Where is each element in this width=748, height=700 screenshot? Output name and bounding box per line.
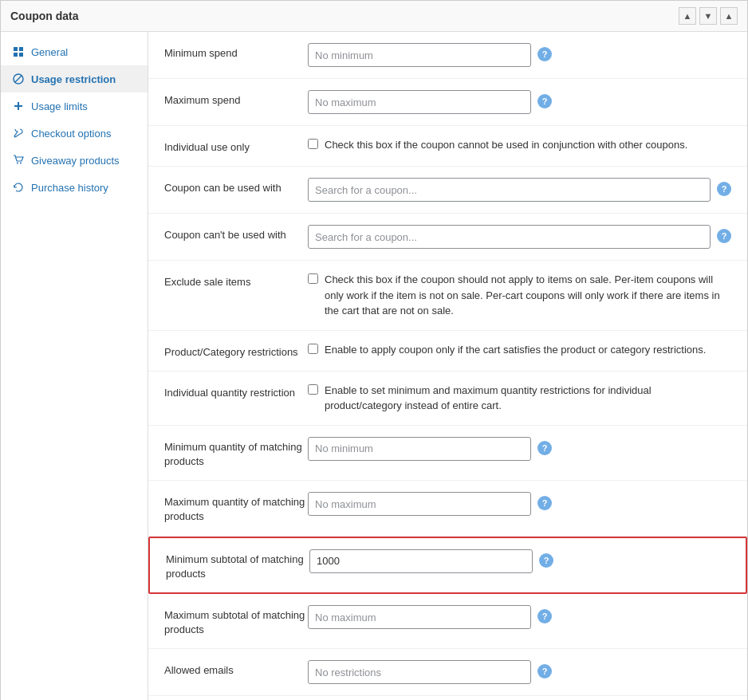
control-coupon-cant-be-used-with: ? — [308, 225, 731, 249]
maximize-button[interactable]: ▲ — [720, 7, 738, 25]
input-minimum-spend[interactable] — [308, 43, 531, 67]
help-icon-coupon-cant-be-used-with[interactable]: ? — [717, 229, 731, 243]
row-individual-use-only: Individual use only Check this box if th… — [148, 126, 747, 167]
input-minimum-quantity[interactable] — [308, 437, 531, 461]
control-allowed-emails: ? — [308, 660, 731, 684]
row-minimum-subtotal: Minimum subtotal of matching products ? — [148, 537, 747, 594]
control-minimum-quantity: ? — [308, 437, 731, 461]
label-allowed-emails: Allowed emails — [164, 660, 308, 678]
help-icon-allowed-emails[interactable]: ? — [537, 664, 552, 678]
collapse-button[interactable]: ▲ — [679, 7, 696, 25]
title-bar-controls: ▲ ▼ ▲ — [679, 7, 738, 25]
help-icon-coupon-can-be-used-with[interactable]: ? — [717, 182, 731, 196]
checkbox-label-exclude-sale-items: Check this box if the coupon should not … — [325, 272, 731, 319]
control-maximum-quantity: ? — [308, 492, 731, 516]
label-individual-quantity-restriction: Individual quantity restriction — [164, 383, 308, 400]
checkbox-exclude-sale-items[interactable] — [308, 273, 318, 284]
sidebar-item-usage-restriction[interactable]: Usage restriction — [1, 65, 148, 92]
input-coupon-can-be-used-with[interactable] — [308, 178, 711, 202]
window-title: Coupon data — [10, 10, 79, 22]
checkbox-label-product-category-restrictions: Enable to apply coupon only if the cart … — [325, 342, 706, 358]
checkbox-row-exclude-sale: Check this box if the coupon should not … — [308, 272, 731, 319]
row-individual-quantity-restriction: Individual quantity restriction Enable t… — [148, 372, 747, 426]
sidebar-item-giveaway-products[interactable]: Giveaway products — [1, 147, 148, 174]
input-maximum-subtotal[interactable] — [308, 605, 531, 629]
checkbox-individual-use-only[interactable] — [308, 139, 318, 149]
label-minimum-quantity: Minimum quantity of matching products — [164, 437, 308, 469]
main-layout: General Usage restriction — [1, 32, 747, 700]
label-maximum-spend: Maximum spend — [164, 90, 308, 108]
label-maximum-subtotal: Maximum subtotal of matching products — [164, 605, 308, 637]
content-area: Minimum spend ? Maximum spend ? Individu… — [148, 32, 747, 700]
label-maximum-quantity: Maximum quantity of matching products — [164, 492, 308, 524]
sidebar-label-usage-restriction: Usage restriction — [31, 73, 116, 85]
sidebar-item-checkout-options[interactable]: Checkout options — [1, 120, 148, 147]
help-icon-maximum-subtotal[interactable]: ? — [537, 609, 552, 623]
help-icon-maximum-quantity[interactable]: ? — [537, 496, 552, 510]
sidebar-label-purchase-history: Purchase history — [31, 182, 108, 194]
checkbox-individual-quantity-restriction[interactable] — [308, 384, 318, 395]
checkbox-row-product-category: Enable to apply coupon only if the cart … — [308, 342, 706, 358]
input-allowed-emails[interactable] — [308, 660, 531, 684]
input-coupon-cant-be-used-with[interactable] — [308, 225, 711, 249]
sidebar-label-giveaway-products: Giveaway products — [31, 155, 120, 167]
svg-rect-0 — [14, 47, 18, 51]
row-product-category-restrictions: Product/Category restrictions Enable to … — [148, 331, 747, 372]
help-icon-maximum-spend[interactable]: ? — [537, 94, 552, 108]
control-individual-use-only: Check this box if the coupon cannot be u… — [308, 137, 731, 153]
control-minimum-spend: ? — [308, 43, 731, 67]
input-maximum-quantity[interactable] — [308, 492, 531, 516]
sidebar-label-usage-limits: Usage limits — [31, 100, 88, 112]
row-allowed-emails: Allowed emails ? — [148, 649, 747, 696]
history-icon — [12, 181, 25, 194]
svg-rect-3 — [19, 53, 23, 57]
control-minimum-subtotal: ? — [309, 549, 730, 573]
row-coupon-cant-be-used-with: Coupon can't be used with ? — [148, 214, 747, 261]
row-maximum-quantity: Maximum quantity of matching products ? — [148, 481, 747, 536]
row-exclude-sale-items: Exclude sale items Check this box if the… — [148, 261, 747, 331]
sidebar-item-purchase-history[interactable]: Purchase history — [1, 174, 148, 201]
input-minimum-subtotal[interactable] — [309, 549, 533, 573]
sidebar-label-general: General — [31, 46, 68, 58]
label-coupon-can-be-used-with: Coupon can be used with — [164, 178, 308, 195]
label-exclude-sale-items: Exclude sale items — [164, 272, 308, 289]
help-icon-minimum-spend[interactable]: ? — [537, 47, 552, 61]
input-maximum-spend[interactable] — [308, 90, 531, 114]
control-maximum-spend: ? — [308, 90, 731, 114]
checkbox-label-individual-quantity-restriction: Enable to set minimum and maximum quanti… — [325, 383, 731, 414]
label-coupon-cant-be-used-with: Coupon can't be used with — [164, 225, 308, 242]
sidebar: General Usage restriction — [1, 32, 148, 700]
label-minimum-subtotal: Minimum subtotal of matching products — [166, 549, 309, 581]
row-minimum-spend: Minimum spend ? — [148, 32, 747, 79]
control-product-category-restrictions: Enable to apply coupon only if the cart … — [308, 342, 731, 358]
sidebar-label-checkout-options: Checkout options — [31, 128, 111, 140]
coupon-data-window: Coupon data ▲ ▼ ▲ General — [0, 0, 748, 700]
title-bar: Coupon data ▲ ▼ ▲ — [1, 1, 747, 32]
help-icon-minimum-subtotal[interactable]: ? — [539, 553, 553, 568]
row-minimum-quantity: Minimum quantity of matching products ? — [148, 426, 747, 481]
svg-point-9 — [20, 163, 22, 164]
row-coupon-can-be-used-with: Coupon can be used with ? — [148, 167, 747, 214]
help-icon-minimum-quantity[interactable]: ? — [537, 441, 552, 455]
svg-rect-1 — [19, 47, 23, 51]
control-maximum-subtotal: ? — [308, 605, 731, 629]
wrench-icon — [12, 127, 25, 140]
no-icon — [12, 73, 25, 85]
row-maximum-spend: Maximum spend ? — [148, 79, 747, 126]
expand-button[interactable]: ▼ — [699, 7, 717, 25]
checkbox-row-individual-quantity: Enable to set minimum and maximum quanti… — [308, 383, 731, 414]
checkbox-label-individual-use-only: Check this box if the coupon cannot be u… — [325, 137, 687, 153]
svg-rect-2 — [14, 53, 18, 57]
svg-point-8 — [17, 163, 18, 164]
control-individual-quantity-restriction: Enable to set minimum and maximum quanti… — [308, 383, 731, 414]
checkbox-product-category-restrictions[interactable] — [308, 344, 318, 354]
label-individual-use-only: Individual use only — [164, 137, 308, 155]
svg-line-5 — [15, 76, 22, 82]
cart-icon — [12, 154, 25, 167]
grid-icon — [12, 45, 25, 58]
checkbox-row-individual-use: Check this box if the coupon cannot be u… — [308, 137, 687, 153]
label-product-category-restrictions: Product/Category restrictions — [164, 342, 308, 360]
control-coupon-can-be-used-with: ? — [308, 178, 731, 202]
sidebar-item-general[interactable]: General — [1, 38, 148, 65]
sidebar-item-usage-limits[interactable]: Usage limits — [1, 92, 148, 120]
